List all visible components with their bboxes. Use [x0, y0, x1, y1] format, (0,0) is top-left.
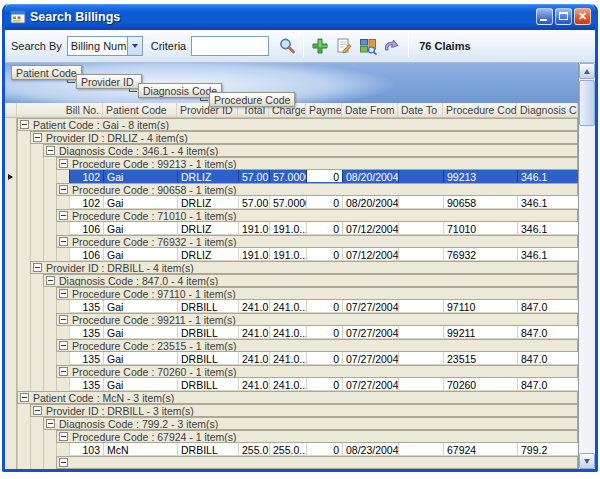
- group-box[interactable]: Procedure Code : 23515 - 1 item(s): [56, 339, 578, 352]
- group-box[interactable]: Diagnosis Code : 799.2 - 3 item(s): [43, 417, 578, 430]
- cell-patient_code[interactable]: Gai: [103, 196, 177, 209]
- cell-charges[interactable]: 241.0...: [269, 300, 306, 313]
- cell-payment[interactable]: 0: [306, 443, 342, 456]
- cell-diagnosis_code[interactable]: 847.0: [517, 352, 578, 365]
- column-header-date_from[interactable]: Date From: [342, 103, 398, 117]
- data-row[interactable]: 102GaiDRLIZ57.00...57.0000008/20/2004906…: [5, 196, 578, 209]
- collapse-icon[interactable]: [33, 263, 42, 272]
- cell-date_from[interactable]: 08/20/2004: [342, 196, 398, 209]
- cell-bill_no[interactable]: 103: [69, 443, 103, 456]
- collapse-icon[interactable]: [59, 315, 68, 324]
- cell-bill_no[interactable]: 106: [69, 222, 103, 235]
- cell-date_to[interactable]: [398, 248, 443, 261]
- cell-total[interactable]: 241.0...: [238, 378, 269, 391]
- group-box[interactable]: Procedure Code : 99211 - 1 item(s): [56, 313, 578, 326]
- cell-patient_code[interactable]: Gai: [103, 300, 177, 313]
- cell-provider_id[interactable]: DRBILL: [177, 352, 238, 365]
- group-box[interactable]: [56, 456, 578, 469]
- cell-provider_id[interactable]: DRLIZ: [177, 222, 238, 235]
- cell-provider_id[interactable]: DRBILL: [177, 326, 238, 339]
- collapse-icon[interactable]: [20, 120, 29, 129]
- group-row[interactable]: Procedure Code : 23515 - 1 item(s): [5, 339, 578, 352]
- cell-bill_no[interactable]: 135: [69, 300, 103, 313]
- group-row[interactable]: Procedure Code : 71010 - 1 item(s): [5, 209, 578, 222]
- group-row[interactable]: Patient Code : McN - 3 item(s): [5, 391, 578, 404]
- group-box[interactable]: Provider ID : DRBILL - 3 item(s): [30, 404, 578, 417]
- cell-date_to[interactable]: [398, 378, 443, 391]
- vertical-scrollbar[interactable]: [579, 63, 595, 469]
- cell-diagnosis_code[interactable]: 847.0: [517, 300, 578, 313]
- cell-date_to[interactable]: [398, 222, 443, 235]
- group-box[interactable]: Patient Code : McN - 3 item(s): [17, 391, 578, 404]
- data-row[interactable]: 106GaiDRLIZ191.0...191.0...007/12/200476…: [5, 248, 578, 261]
- cell-patient_code[interactable]: Gai: [103, 222, 177, 235]
- data-row[interactable]: 135GaiDRBILL241.0...241.0...007/27/20047…: [5, 378, 578, 391]
- cell-payment[interactable]: 0: [306, 222, 342, 235]
- data-row[interactable]: 135GaiDRBILL241.0...241.0...007/27/20042…: [5, 352, 578, 365]
- cell-bill_no[interactable]: 102: [69, 170, 103, 183]
- cell-patient_code[interactable]: Gai: [103, 170, 177, 183]
- cell-payment[interactable]: 0: [306, 196, 342, 209]
- cell-procedure_code[interactable]: 99211: [443, 326, 517, 339]
- group-by-panel[interactable]: Patient Code Provider ID Diagnosis Code …: [5, 63, 578, 103]
- cell-provider_id[interactable]: DRLIZ: [177, 170, 238, 183]
- group-row[interactable]: Procedure Code : 67924 - 1 item(s): [5, 430, 578, 443]
- collapse-icon[interactable]: [46, 276, 55, 285]
- cell-payment[interactable]: 0: [306, 248, 342, 261]
- criteria-input[interactable]: [191, 36, 269, 56]
- column-header-payment[interactable]: Payme...: [306, 103, 342, 117]
- cell-payment[interactable]: 0: [306, 352, 342, 365]
- cell-procedure_code[interactable]: 99213: [443, 170, 517, 183]
- collapse-icon[interactable]: [46, 419, 55, 428]
- cell-bill_no[interactable]: 135: [69, 326, 103, 339]
- collapse-icon[interactable]: [59, 432, 68, 441]
- cell-total[interactable]: 241.0...: [238, 352, 269, 365]
- minimize-button[interactable]: [536, 8, 553, 25]
- group-row[interactable]: Provider ID : DRBILL - 3 item(s): [5, 404, 578, 417]
- search-button[interactable]: [276, 34, 298, 58]
- cell-bill_no[interactable]: 135: [69, 378, 103, 391]
- cell-provider_id[interactable]: DRLIZ: [177, 196, 238, 209]
- collapse-icon[interactable]: [59, 367, 68, 376]
- cell-diagnosis_code[interactable]: 847.0: [517, 378, 578, 391]
- group-row[interactable]: Diagnosis Code : 799.2 - 3 item(s): [5, 417, 578, 430]
- cell-date_from[interactable]: 07/27/2004: [342, 300, 398, 313]
- cell-charges[interactable]: 57.0000: [269, 170, 306, 183]
- group-row[interactable]: Diagnosis Code : 847.0 - 4 item(s): [5, 274, 578, 287]
- cell-charges[interactable]: 241.0...: [269, 326, 306, 339]
- cell-bill_no[interactable]: 106: [69, 248, 103, 261]
- group-box[interactable]: Procedure Code : 99213 - 1 item(s): [56, 157, 578, 170]
- cell-total[interactable]: 241.0...: [238, 326, 269, 339]
- cell-patient_code[interactable]: Gai: [103, 326, 177, 339]
- undo-button[interactable]: [381, 34, 403, 58]
- cell-date_to[interactable]: [398, 326, 443, 339]
- cell-total[interactable]: 57.00...: [238, 170, 269, 183]
- cell-patient_code[interactable]: McN: [103, 443, 177, 456]
- cell-date_from[interactable]: 07/27/2004: [342, 378, 398, 391]
- data-row[interactable]: 135GaiDRBILL241.0...241.0...007/27/20049…: [5, 326, 578, 339]
- group-box[interactable]: Procedure Code : 97110 - 1 item(s): [56, 287, 578, 300]
- cell-charges[interactable]: 241.0...: [269, 352, 306, 365]
- scrollbar-up-button[interactable]: [579, 63, 595, 79]
- cell-bill_no[interactable]: 102: [69, 196, 103, 209]
- group-box[interactable]: Procedure Code : 67924 - 1 item(s): [56, 430, 578, 443]
- cell-charges[interactable]: 191.0...: [269, 222, 306, 235]
- group-box[interactable]: Procedure Code : 90658 - 1 item(s): [56, 183, 578, 196]
- cell-procedure_code[interactable]: 23515: [443, 352, 517, 365]
- collapse-icon[interactable]: [20, 393, 29, 402]
- edit-button[interactable]: [333, 34, 355, 58]
- cell-total[interactable]: 241.0...: [238, 300, 269, 313]
- data-row[interactable]: 102GaiDRLIZ57.00...57.0000008/20/2004992…: [5, 170, 578, 183]
- cell-charges[interactable]: 255.0...: [269, 443, 306, 456]
- cell-date_from[interactable]: 08/20/2004: [342, 170, 398, 183]
- cell-payment[interactable]: 0: [306, 300, 342, 313]
- collapse-icon[interactable]: [59, 185, 68, 194]
- scrollbar-thumb[interactable]: [579, 80, 595, 126]
- cell-date_from[interactable]: 07/12/2004: [342, 222, 398, 235]
- collapse-icon[interactable]: [59, 211, 68, 220]
- cell-date_from[interactable]: 07/12/2004: [342, 248, 398, 261]
- cell-total[interactable]: 57.00...: [238, 196, 269, 209]
- cell-payment[interactable]: 0: [306, 326, 342, 339]
- group-row[interactable]: Procedure Code : 97110 - 1 item(s): [5, 287, 578, 300]
- group-box[interactable]: Diagnosis Code : 847.0 - 4 item(s): [43, 274, 578, 287]
